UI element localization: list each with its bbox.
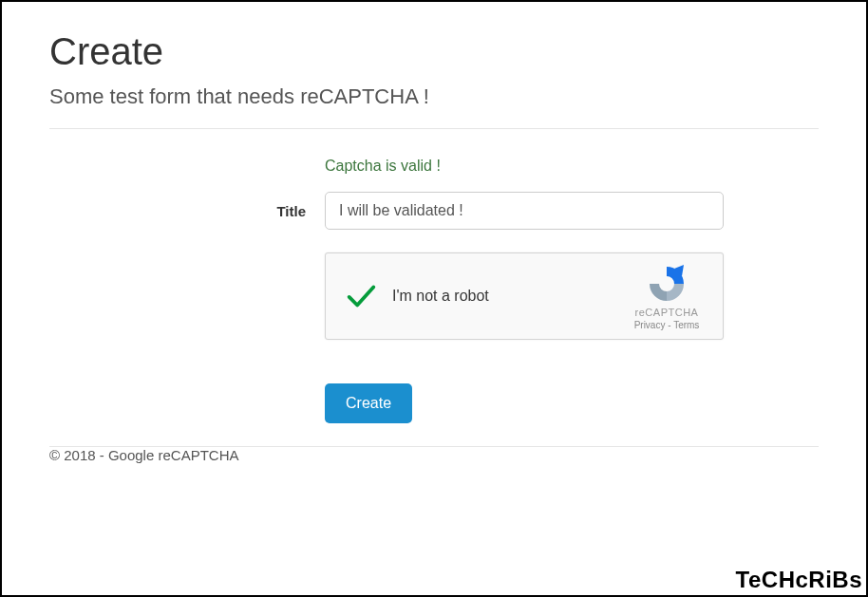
status-text: Captcha is valid ! bbox=[325, 158, 441, 174]
page-title: Create bbox=[49, 30, 819, 73]
recaptcha-terms-link[interactable]: Terms bbox=[673, 320, 699, 330]
footer-text: © 2018 - Google reCAPTCHA bbox=[49, 447, 819, 463]
page-subtitle: Some test form that needs reCAPTCHA ! bbox=[49, 84, 819, 109]
title-label: Title bbox=[49, 203, 325, 219]
recaptcha-links: Privacy - Terms bbox=[624, 320, 709, 330]
recaptcha-brand-text: reCAPTCHA bbox=[624, 307, 709, 318]
create-form: Captcha is valid ! Title I'm not a robot bbox=[49, 158, 819, 423]
checkmark-icon bbox=[343, 278, 379, 314]
recaptcha-widget[interactable]: I'm not a robot reCAPTCHA bbox=[325, 252, 724, 340]
divider-top bbox=[49, 128, 819, 129]
submit-row: Create bbox=[49, 383, 819, 423]
title-input[interactable] bbox=[325, 192, 724, 230]
title-row: Title bbox=[49, 192, 819, 230]
recaptcha-branding: reCAPTCHA Privacy - Terms bbox=[624, 263, 709, 330]
recaptcha-privacy-link[interactable]: Privacy bbox=[634, 320, 666, 330]
recaptcha-row: I'm not a robot reCAPTCHA bbox=[49, 252, 819, 361]
recaptcha-logo-icon bbox=[646, 263, 688, 305]
watermark: TeCHcRiBs bbox=[736, 567, 862, 593]
create-button[interactable]: Create bbox=[325, 383, 412, 423]
status-row: Captcha is valid ! bbox=[49, 158, 819, 175]
recaptcha-label: I'm not a robot bbox=[392, 288, 624, 305]
